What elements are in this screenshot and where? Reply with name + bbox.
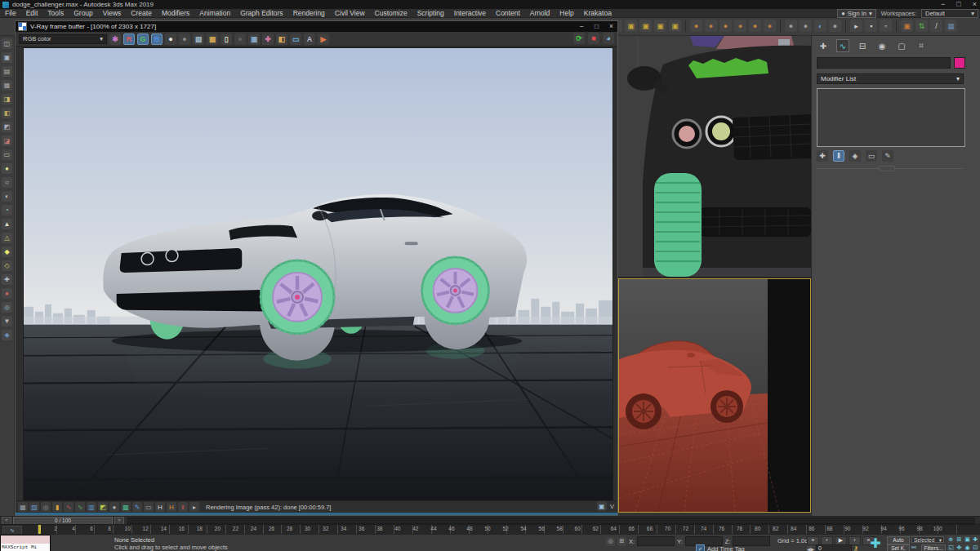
- menu-arnold[interactable]: Arnold: [525, 9, 555, 18]
- hue-saturation-icon[interactable]: ▩: [121, 502, 131, 512]
- time-tag-icon[interactable]: ✓: [696, 544, 705, 551]
- vray-update-icon[interactable]: ⇅: [915, 20, 928, 32]
- remove-modifier-icon[interactable]: ▭: [866, 150, 877, 162]
- orbit-light-icon[interactable]: ◧: [276, 33, 287, 45]
- key-filters-button[interactable]: Filters...: [921, 544, 946, 551]
- keyboard-override-icon[interactable]: ▣: [625, 20, 637, 32]
- image-info-icon[interactable]: ▨: [29, 502, 39, 512]
- menu-help[interactable]: Help: [555, 9, 578, 18]
- vfb-close-button[interactable]: ×: [609, 21, 613, 32]
- minimize-button[interactable]: −: [941, 0, 945, 9]
- object-name-field[interactable]: [817, 57, 951, 69]
- left-toolbar-icon[interactable]: ●: [2, 163, 12, 174]
- left-toolbar-icon[interactable]: ◔: [2, 205, 12, 216]
- left-toolbar-icon[interactable]: ▭: [2, 149, 12, 160]
- expand-icon[interactable]: ▸: [189, 502, 199, 512]
- left-toolbar-icon[interactable]: ◎: [2, 302, 12, 313]
- curve-editor-icon[interactable]: ●: [764, 20, 776, 32]
- close-button[interactable]: ×: [973, 0, 977, 9]
- start-render-icon[interactable]: ◕: [603, 33, 614, 44]
- pan-icon[interactable]: ✥: [956, 544, 963, 551]
- snaps-cross-icon[interactable]: ✚: [867, 536, 884, 551]
- workspace-dropdown[interactable]: Default ▾: [921, 9, 978, 18]
- menu-content[interactable]: Content: [491, 9, 525, 18]
- key-icon[interactable]: ⚷: [853, 545, 858, 551]
- maximize-viewport-icon[interactable]: ⊡: [972, 544, 979, 551]
- channel-set-icon[interactable]: ✱: [109, 33, 121, 45]
- ocio-icon[interactable]: H: [167, 502, 176, 512]
- blue-channel-icon[interactable]: B: [151, 33, 163, 45]
- track-mouse-icon[interactable]: ✚: [262, 33, 274, 45]
- render-setup-icon[interactable]: ◐: [814, 20, 826, 32]
- maxscript-macro-row[interactable]: [1, 535, 50, 544]
- background-image-icon[interactable]: ✎: [132, 502, 142, 512]
- key-filter-dropdown[interactable]: Selected▾: [911, 536, 944, 543]
- time-next-button[interactable]: >: [114, 517, 124, 525]
- vfb-channel-dropdown[interactable]: RGB color ▾: [19, 34, 107, 44]
- icc-profile-icon[interactable]: ‖: [178, 502, 188, 512]
- rendered-image[interactable]: [23, 47, 613, 501]
- menu-file[interactable]: File: [0, 9, 21, 18]
- zoom-region-icon[interactable]: ◱: [947, 544, 955, 551]
- red-channel-icon[interactable]: R: [123, 33, 135, 45]
- left-toolbar-icon[interactable]: ◩: [2, 122, 12, 132]
- clear-image-icon[interactable]: ▯: [220, 33, 232, 45]
- tab-create[interactable]: ✚: [817, 39, 830, 52]
- vfb-corrections-toggle[interactable]: V: [610, 503, 614, 510]
- left-toolbar-icon[interactable]: ✚: [2, 274, 12, 285]
- left-toolbar-icon[interactable]: ◐: [2, 191, 12, 202]
- menu-create[interactable]: Create: [126, 9, 157, 18]
- menu-rendering[interactable]: Rendering: [288, 9, 330, 18]
- left-toolbar-icon[interactable]: ▣: [2, 52, 12, 63]
- vfb-title-bar[interactable]: V-Ray frame buffer - [100% of 2303 x 172…: [16, 21, 617, 32]
- set-key-button[interactable]: Set K.: [887, 544, 910, 551]
- green-channel-icon[interactable]: G: [137, 33, 149, 45]
- tab-utilities[interactable]: ⌗: [915, 39, 928, 52]
- left-toolbar-icon[interactable]: ◆: [2, 247, 12, 257]
- left-toolbar-icon[interactable]: ○: [2, 177, 12, 188]
- zoom-extents-all-icon[interactable]: ✚: [972, 535, 979, 543]
- left-toolbar-icon[interactable]: ◈: [2, 330, 12, 340]
- exposure-icon[interactable]: ◩: [98, 502, 108, 512]
- pick-focus-icon[interactable]: ▶: [318, 33, 329, 45]
- mirror-icon[interactable]: ●: [705, 20, 717, 32]
- render-last-icon[interactable]: ⟳: [573, 33, 585, 44]
- pixel-info-icon[interactable]: ◎: [41, 502, 51, 512]
- levels-icon[interactable]: ▥: [87, 502, 96, 512]
- wrench-icon[interactable]: /: [930, 20, 942, 32]
- make-unique-icon[interactable]: ◈: [849, 150, 861, 162]
- menu-tools[interactable]: Tools: [42, 9, 69, 18]
- left-toolbar-icon[interactable]: ▼: [2, 316, 12, 327]
- tab-hierarchy[interactable]: ⊟: [856, 39, 869, 52]
- zoom-icon[interactable]: ⊕: [947, 535, 955, 543]
- viewport-front-view[interactable]: [618, 36, 811, 277]
- layer-manager-icon[interactable]: ●: [734, 20, 746, 32]
- left-toolbar-icon[interactable]: ◪: [2, 136, 12, 146]
- menu-scripting[interactable]: Scripting: [412, 9, 449, 18]
- display-correction-icon[interactable]: H: [155, 502, 165, 512]
- offset-mode-icon[interactable]: ⊞: [617, 537, 626, 546]
- left-toolbar-icon[interactable]: ◨: [2, 94, 12, 104]
- curves-icon[interactable]: ∿: [75, 502, 85, 512]
- vfb-dock-icon[interactable]: ▣: [597, 501, 607, 511]
- left-toolbar-icon[interactable]: ◧: [2, 108, 12, 118]
- angle-snap-icon[interactable]: ▣: [654, 20, 666, 32]
- maximize-button[interactable]: □: [956, 0, 960, 9]
- render-iterative-icon[interactable]: ▪: [865, 20, 877, 32]
- menu-edit[interactable]: Edit: [21, 9, 43, 18]
- percent-snap-icon[interactable]: ▣: [669, 20, 681, 32]
- material-editor-icon[interactable]: ●: [800, 20, 812, 32]
- render-online-icon[interactable]: ▫: [880, 20, 892, 32]
- key-mode-icon[interactable]: ◀▶: [807, 545, 814, 551]
- left-toolbar-icon[interactable]: ◫: [2, 38, 12, 49]
- isolate-selection-icon[interactable]: ◎: [606, 537, 615, 546]
- tab-modify[interactable]: ∿: [836, 39, 849, 52]
- snap-toggle-icon[interactable]: ▣: [639, 20, 652, 32]
- maxscript-listener-row[interactable]: MAXScript Mi: [1, 544, 50, 551]
- menu-krakatoa[interactable]: Krakatoa: [579, 9, 617, 18]
- time-slider-handle[interactable]: 0 / 100: [13, 517, 113, 525]
- modifier-list-dropdown[interactable]: Modifier List ▾: [817, 73, 964, 84]
- monochrome-icon[interactable]: ●: [179, 33, 190, 45]
- zoom-extents-icon[interactable]: ▣: [964, 535, 971, 543]
- graphite-ribbon-icon[interactable]: ●: [749, 20, 761, 32]
